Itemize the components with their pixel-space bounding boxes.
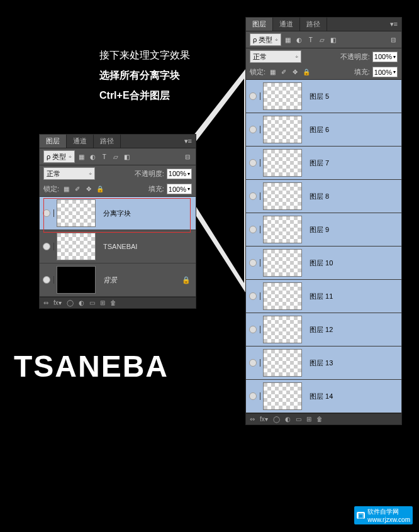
- folder-icon[interactable]: ▭: [296, 416, 301, 423]
- layer-name[interactable]: 图层 8: [304, 192, 401, 201]
- layer-thumbnail[interactable]: [263, 282, 302, 310]
- filter-adjust-icon[interactable]: ◐: [89, 152, 98, 161]
- visibility-toggle[interactable]: [246, 92, 260, 100]
- layer-row[interactable]: 图层 5: [246, 80, 401, 113]
- visibility-toggle[interactable]: [40, 209, 54, 217]
- visibility-toggle[interactable]: [246, 359, 260, 367]
- lock-trans-icon[interactable]: ▦: [268, 68, 277, 77]
- blend-mode-dropdown[interactable]: 正常÷: [250, 50, 301, 63]
- layer-name[interactable]: 图层 12: [304, 325, 401, 335]
- visibility-toggle[interactable]: [246, 292, 260, 300]
- mask-icon[interactable]: ◯: [67, 299, 74, 306]
- filter-type-dropdown[interactable]: ρ 类型÷: [250, 33, 281, 46]
- layer-thumbnail[interactable]: [263, 349, 302, 377]
- lock-paint-icon[interactable]: ✐: [279, 68, 288, 77]
- layer-thumbnail[interactable]: [57, 199, 96, 227]
- filter-pixel-icon[interactable]: ▦: [284, 35, 293, 44]
- filter-smart-icon[interactable]: ◧: [123, 152, 131, 161]
- layer-name[interactable]: 图层 6: [304, 125, 401, 135]
- opacity-input[interactable]: 100%▾: [167, 169, 192, 179]
- layer-name[interactable]: 图层 14: [304, 392, 401, 401]
- filter-type-dropdown[interactable]: ρ 类型÷: [43, 150, 75, 163]
- lock-paint-icon[interactable]: ✐: [73, 185, 82, 194]
- layer-name[interactable]: 分离字块: [98, 209, 196, 218]
- layer-row[interactable]: 图层 11: [246, 280, 401, 313]
- layer-row[interactable]: 图层 12: [246, 313, 401, 346]
- fx-icon[interactable]: fx▾: [260, 416, 268, 423]
- trash-icon[interactable]: 🗑: [110, 299, 116, 306]
- layer-name[interactable]: 图层 10: [304, 258, 401, 268]
- tab-channels[interactable]: 通道: [67, 135, 94, 148]
- link-icon[interactable]: ⇔: [43, 299, 48, 306]
- layer-name[interactable]: 图层 7: [304, 158, 401, 168]
- layer-row[interactable]: 背景🔒: [40, 263, 196, 297]
- filter-type-icon[interactable]: T: [100, 152, 109, 161]
- layer-row[interactable]: 图层 13: [246, 346, 401, 380]
- filter-shape-icon[interactable]: ▱: [111, 152, 120, 161]
- layer-thumbnail[interactable]: [263, 116, 302, 143]
- lock-move-icon[interactable]: ✥: [84, 185, 93, 194]
- layer-row[interactable]: 图层 6: [246, 113, 401, 147]
- layer-thumbnail[interactable]: [263, 82, 302, 110]
- layer-thumbnail[interactable]: [57, 233, 96, 260]
- layer-name[interactable]: TSANEBAI: [98, 243, 196, 250]
- tab-layers[interactable]: 图层: [246, 18, 273, 31]
- visibility-toggle[interactable]: [40, 243, 54, 250]
- new-layer-icon[interactable]: ⊞: [306, 416, 311, 423]
- layer-name[interactable]: 图层 11: [304, 292, 401, 301]
- blend-mode-dropdown[interactable]: 正常÷: [43, 167, 95, 180]
- adjust-icon[interactable]: ◐: [79, 299, 84, 306]
- lock-all-icon[interactable]: 🔒: [302, 68, 311, 77]
- lock-trans-icon[interactable]: ▦: [62, 185, 70, 194]
- layer-row[interactable]: 图层 7: [246, 147, 401, 180]
- layer-name[interactable]: 背景: [98, 275, 182, 285]
- layer-row[interactable]: 图层 9: [246, 213, 401, 247]
- opacity-input[interactable]: 100%▾: [372, 52, 398, 62]
- adjust-icon[interactable]: ◐: [285, 416, 291, 423]
- layer-thumbnail[interactable]: [263, 249, 302, 277]
- filter-smart-icon[interactable]: ◧: [329, 35, 338, 44]
- layer-thumbnail[interactable]: [263, 149, 302, 177]
- visibility-toggle[interactable]: [40, 276, 54, 284]
- visibility-toggle[interactable]: [246, 326, 260, 333]
- layer-name[interactable]: 图层 13: [304, 358, 401, 368]
- visibility-toggle[interactable]: [246, 159, 260, 167]
- layer-row[interactable]: 分离字块: [40, 197, 196, 230]
- layer-row[interactable]: 图层 10: [246, 247, 401, 280]
- panel-menu-icon[interactable]: ▾≡: [181, 137, 196, 145]
- layer-thumbnail[interactable]: [263, 382, 302, 410]
- filter-pixel-icon[interactable]: ▦: [77, 152, 86, 161]
- fill-input[interactable]: 100%▾: [372, 67, 398, 77]
- layer-row[interactable]: TSANEBAI: [40, 230, 196, 263]
- tab-layers[interactable]: 图层: [40, 135, 67, 148]
- tab-paths[interactable]: 路径: [300, 18, 327, 31]
- layer-name[interactable]: 图层 9: [304, 225, 401, 235]
- layer-name[interactable]: 图层 5: [304, 92, 401, 101]
- filter-type-icon[interactable]: T: [306, 35, 315, 44]
- visibility-toggle[interactable]: [246, 259, 260, 267]
- visibility-toggle[interactable]: [246, 126, 260, 133]
- layer-thumbnail[interactable]: [263, 316, 302, 343]
- layer-thumbnail[interactable]: [57, 266, 96, 294]
- mask-icon[interactable]: ◯: [273, 416, 280, 423]
- filter-toggle-icon[interactable]: ⊟: [183, 152, 192, 161]
- fill-input[interactable]: 100%▾: [167, 184, 192, 194]
- fx-icon[interactable]: fx▾: [53, 299, 62, 306]
- folder-icon[interactable]: ▭: [89, 299, 95, 306]
- layer-row[interactable]: 图层 8: [246, 180, 401, 213]
- new-layer-icon[interactable]: ⊞: [100, 299, 105, 306]
- filter-adjust-icon[interactable]: ◐: [295, 35, 304, 44]
- tab-paths[interactable]: 路径: [94, 135, 121, 148]
- visibility-toggle[interactable]: [246, 392, 260, 400]
- trash-icon[interactable]: 🗑: [316, 416, 323, 423]
- visibility-toggle[interactable]: [246, 192, 260, 200]
- layer-thumbnail[interactable]: [263, 182, 302, 210]
- filter-toggle-icon[interactable]: ⊟: [389, 35, 398, 44]
- visibility-toggle[interactable]: [246, 226, 260, 233]
- lock-all-icon[interactable]: 🔒: [96, 185, 104, 194]
- filter-shape-icon[interactable]: ▱: [318, 35, 327, 44]
- layer-row[interactable]: 图层 14: [246, 380, 401, 413]
- panel-menu-icon[interactable]: ▾≡: [386, 20, 401, 28]
- layer-thumbnail[interactable]: [263, 216, 302, 243]
- tab-channels[interactable]: 通道: [273, 18, 300, 31]
